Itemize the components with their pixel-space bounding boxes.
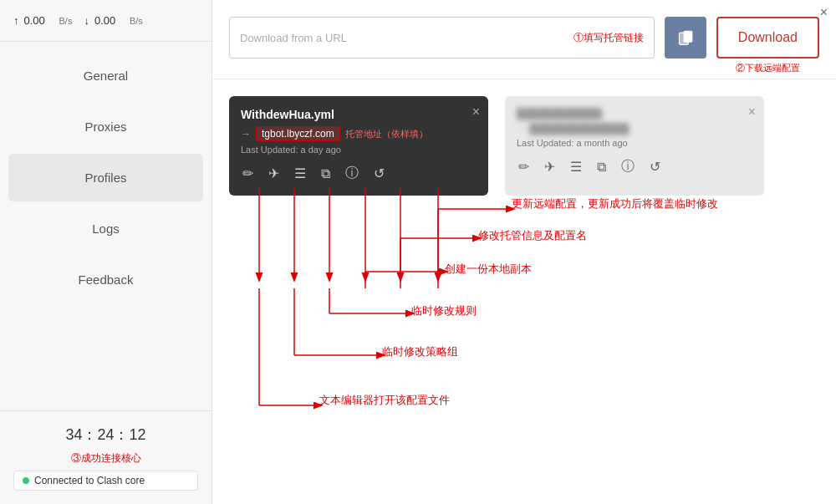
card-1-actions: ✏ ✈ ☰ ⧉ ⓘ ↺ <box>241 163 477 184</box>
download-button[interactable]: Download <box>716 17 819 59</box>
url-hint-text: ①填写托管链接 <box>573 31 644 45</box>
card-2-edit-button[interactable]: ✏ <box>517 156 531 177</box>
card-2-copy-button[interactable]: ⧉ <box>595 156 608 177</box>
card-2-url-blurred: → ██████████████ <box>517 123 752 135</box>
card-1-plane-button[interactable]: ✈ <box>267 163 281 184</box>
card-2-actions: ✏ ✈ ☰ ⧉ ⓘ ↺ <box>517 156 752 177</box>
card-1-edit-button[interactable]: ✏ <box>241 163 255 184</box>
sidebar-item-proxies[interactable]: Proxies <box>8 103 203 150</box>
card-2-info-button[interactable]: ⓘ <box>619 156 636 177</box>
ann-strategy-group: 临时修改策略组 <box>382 344 458 359</box>
sidebar-footer: 34：24：12 ③成功连接核心 Connected to Clash core <box>0 410 212 504</box>
card-1-info-button[interactable]: ⓘ <box>344 163 360 184</box>
svg-rect-1 <box>679 33 688 44</box>
profiles-area-container: × WithdewHua.yml → tgbot.lbyczf.com 托管地址… <box>212 79 836 212</box>
upload-speed-unit: B/s <box>59 16 73 26</box>
card-2-updated: Last Updated: a month ago <box>517 138 752 148</box>
status-dot-icon <box>23 477 29 484</box>
download-speed-value: 0.00 <box>94 14 125 27</box>
card-1-url-arrow-icon: → <box>241 128 251 140</box>
card-1-url-row: → tgbot.lbyczf.com 托管地址（依样填） <box>241 126 477 141</box>
upload-arrow-icon: ↑ <box>13 14 19 27</box>
card-1-copy-button[interactable]: ⧉ <box>319 163 332 184</box>
connect-hint: ③成功连接核心 <box>13 451 198 466</box>
download-speed-unit: B/s <box>130 16 143 26</box>
ann-rules: 临时修改规则 <box>411 303 477 318</box>
upload-speed-value: 0.00 <box>24 14 54 27</box>
card-1-list-button[interactable]: ☰ <box>293 163 308 184</box>
card-1-close-button[interactable]: × <box>472 104 480 120</box>
sidebar-item-general[interactable]: General <box>8 52 203 99</box>
window-close-button[interactable]: × <box>820 5 828 20</box>
ann-update-remote: 更新远端配置，更新成功后将覆盖临时修改 <box>512 196 718 211</box>
profile-card-2: × ████████████ → ██████████████ Last Upd… <box>505 96 764 196</box>
ann-subscription-info: 修改托管信息及配置名 <box>478 228 587 243</box>
sidebar: ↑ 0.00 B/s ↓ 0.00 B/s General Proxies Pr… <box>0 0 212 504</box>
ann-text-editor: 文本编辑器打开该配置文件 <box>319 393 450 408</box>
card-2-title-blurred: ████████████ <box>517 108 752 120</box>
download-arrow-icon: ↓ <box>84 14 89 27</box>
speed-bar: ↑ 0.00 B/s ↓ 0.00 B/s <box>0 0 212 42</box>
card-2-plane-button[interactable]: ✈ <box>543 156 557 177</box>
sidebar-item-feedback[interactable]: Feedback <box>8 256 203 303</box>
url-input-placeholder: Download from a URL <box>240 32 565 44</box>
status-text: Connected to Clash core <box>34 475 145 486</box>
card-1-url: tgbot.lbyczf.com <box>256 126 340 141</box>
profile-card-1: × WithdewHua.yml → tgbot.lbyczf.com 托管地址… <box>229 96 488 196</box>
card-1-title: WithdewHua.yml <box>241 108 477 121</box>
timer-display: 34：24：12 <box>13 425 198 445</box>
download-button-wrap: Download ②下载远端配置 <box>716 17 819 74</box>
card-2-refresh-button[interactable]: ↺ <box>648 156 662 177</box>
sidebar-item-logs[interactable]: Logs <box>8 205 203 252</box>
card-1-url-annotation: 托管地址（依样填） <box>345 128 428 140</box>
ann-local-copy: 创建一份本地副本 <box>445 262 532 277</box>
sidebar-item-profiles[interactable]: Profiles <box>8 154 203 201</box>
clipboard-button[interactable] <box>665 17 706 59</box>
url-input-container: Download from a URL ①填写托管链接 <box>229 17 655 59</box>
main-content: Download from a URL ①填写托管链接 Download ②下载… <box>212 0 836 504</box>
profiles-area: × WithdewHua.yml → tgbot.lbyczf.com 托管地址… <box>212 79 836 212</box>
card-2-list-button[interactable]: ☰ <box>568 156 584 177</box>
download-hint-text: ②下载远端配置 <box>736 62 800 74</box>
card-1-updated: Last Updated: a day ago <box>241 145 477 155</box>
sidebar-nav: General Proxies Profiles Logs Feedback <box>0 42 212 410</box>
card-1-refresh-button[interactable]: ↺ <box>372 163 386 184</box>
top-bar: Download from a URL ①填写托管链接 Download ②下载… <box>212 0 836 79</box>
connection-status: Connected to Clash core <box>13 471 198 491</box>
clipboard-icon <box>677 29 694 46</box>
